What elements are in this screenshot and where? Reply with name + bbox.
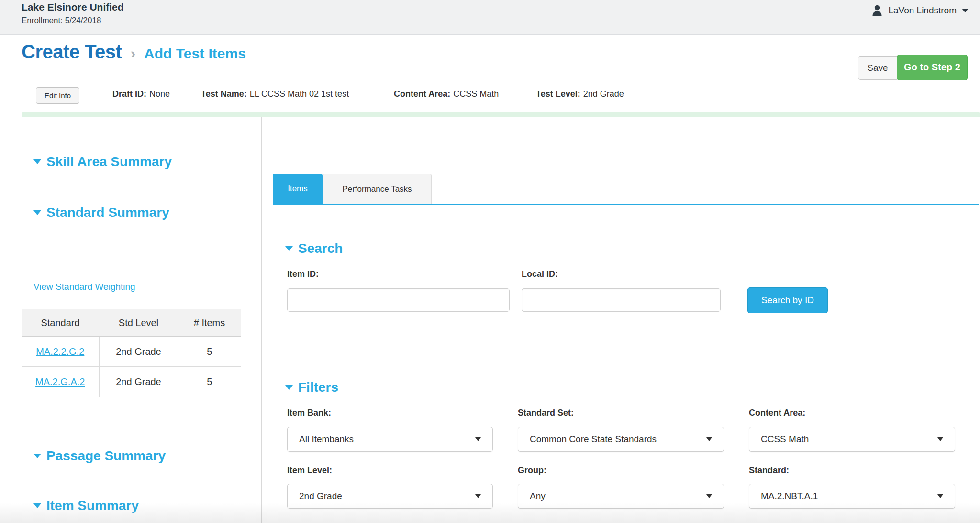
- sidebar-toggle-skill-area-summary[interactable]: Skill Area Summary: [33, 154, 172, 170]
- green-divider: [22, 112, 980, 117]
- tab-performance-tasks[interactable]: Performance Tasks: [323, 174, 432, 204]
- meta-content-area: Content Area:CCSS Math: [394, 89, 499, 99]
- page-title: Create Test: [22, 41, 122, 63]
- standard-set-select[interactable]: Common Core State Standards: [518, 427, 724, 452]
- std-level-cell: 2nd Grade: [99, 367, 178, 397]
- num-items-cell: 5: [178, 367, 241, 397]
- filters-section-toggle[interactable]: Filters: [285, 380, 338, 395]
- caret-down-icon: [33, 454, 41, 458]
- column-header-num-items: # Items: [178, 309, 241, 337]
- caret-down-icon: [285, 246, 293, 251]
- meta-draft-id: Draft ID:None: [112, 89, 170, 99]
- item-level-select[interactable]: 2nd Grade: [287, 484, 493, 509]
- local-id-input[interactable]: [522, 288, 721, 312]
- create-test-page: Lake Elsinore Unified Enrollment: 5/24/2…: [0, 0, 980, 523]
- caret-down-icon: [475, 437, 481, 441]
- caret-down-icon: [706, 437, 712, 441]
- group-label: Group:: [518, 466, 546, 476]
- go-to-step-2-button[interactable]: Go to Step 2: [897, 55, 968, 80]
- content-area-label: Content Area:: [749, 408, 805, 418]
- tab-items[interactable]: Items: [273, 174, 323, 204]
- tab-bar: Items Performance Tasks: [273, 174, 979, 205]
- item-id-label: Item ID:: [287, 269, 319, 279]
- view-standard-weighting-link[interactable]: View Standard Weighting: [33, 282, 135, 292]
- user-icon: [871, 4, 883, 17]
- table-row: MA.2.2.G.2 2nd Grade 5: [22, 337, 241, 367]
- sidebar-divider: [261, 117, 262, 523]
- standard-link[interactable]: MA.2.2.G.2: [36, 346, 84, 357]
- topbar: Lake Elsinore Unified Enrollment: 5/24/2…: [0, 0, 980, 35]
- sidebar-toggle-item-summary[interactable]: Item Summary: [33, 498, 139, 513]
- item-bank-label: Item Bank:: [287, 408, 331, 418]
- district-title: Lake Elsinore Unified: [22, 1, 124, 13]
- meta-test-level: Test Level:2nd Grade: [536, 89, 624, 99]
- caret-down-icon: [706, 494, 712, 498]
- content-area-select[interactable]: CCSS Math: [749, 427, 955, 452]
- standard-set-label: Standard Set:: [518, 408, 574, 418]
- table-header-row: Standard Std Level # Items: [22, 309, 241, 337]
- caret-down-icon: [33, 159, 41, 164]
- enrollment-date: Enrollment: 5/24/2018: [22, 16, 101, 25]
- column-header-std-level: Std Level: [99, 309, 178, 337]
- edit-info-button[interactable]: Edit Info: [36, 87, 79, 104]
- meta-test-name: Test Name:LL CCSS Math 02 1st test: [201, 89, 349, 99]
- user-caret-down-icon: [962, 9, 969, 12]
- search-section-toggle[interactable]: Search: [285, 241, 343, 256]
- standard-link[interactable]: MA.2.G.A.2: [35, 376, 85, 387]
- save-button[interactable]: Save: [858, 56, 897, 80]
- caret-down-icon: [475, 494, 481, 498]
- user-menu[interactable]: LaVon Lindstrom: [871, 4, 969, 17]
- local-id-label: Local ID:: [522, 269, 558, 279]
- group-select[interactable]: Any: [518, 484, 724, 509]
- standard-summary-table: Standard Std Level # Items MA.2.2.G.2 2n…: [22, 309, 241, 397]
- sidebar-toggle-standard-summary[interactable]: Standard Summary: [33, 205, 169, 220]
- standard-label: Standard:: [749, 466, 789, 476]
- column-header-standard: Standard: [22, 309, 99, 337]
- item-id-input[interactable]: [287, 288, 510, 312]
- caret-down-icon: [285, 385, 293, 390]
- caret-down-icon: [33, 210, 41, 215]
- search-by-id-button[interactable]: Search by ID: [747, 287, 828, 313]
- standard-select[interactable]: MA.2.NBT.A.1: [749, 484, 955, 509]
- breadcrumb: Create Test › Add Test Items: [22, 41, 246, 63]
- caret-down-icon: [937, 437, 943, 441]
- std-level-cell: 2nd Grade: [99, 337, 178, 367]
- num-items-cell: 5: [178, 337, 241, 367]
- sidebar-toggle-passage-summary[interactable]: Passage Summary: [33, 448, 166, 464]
- user-name: LaVon Lindstrom: [888, 5, 957, 16]
- caret-down-icon: [33, 503, 41, 508]
- table-row: MA.2.G.A.2 2nd Grade 5: [22, 367, 241, 397]
- caret-down-icon: [937, 494, 943, 498]
- breadcrumb-chevron-icon: ›: [130, 45, 135, 62]
- page-subtitle: Add Test Items: [144, 45, 246, 62]
- item-level-label: Item Level:: [287, 466, 332, 476]
- item-bank-select[interactable]: All Itembanks: [287, 427, 493, 452]
